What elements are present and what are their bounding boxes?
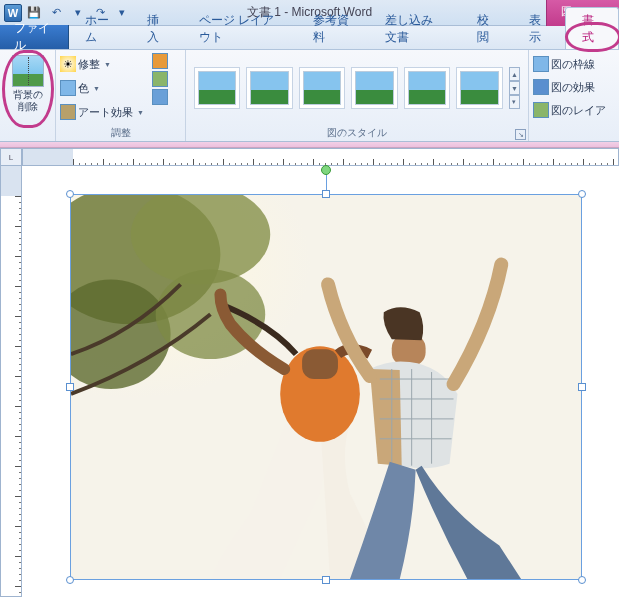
tab-home[interactable]: ホーム [69,8,131,49]
word-app-icon[interactable]: W [4,4,22,22]
group-picture-styles: ▲ ▼ ▾ 図のスタイル ↘ [186,50,529,141]
resize-handle-t[interactable] [322,190,330,198]
resize-handle-tr[interactable] [578,190,586,198]
gallery-up-icon[interactable]: ▲ [509,67,520,81]
file-tab[interactable]: ファイル [0,25,69,49]
ruler-row: L [0,148,619,166]
resize-handle-bl[interactable] [66,576,74,584]
picture-effects-label: 図の効果 [551,80,595,95]
group-label-picture-styles: 図のスタイル ↘ [186,126,528,141]
reset-picture-icon[interactable] [152,89,168,105]
picture-content [71,195,581,579]
chevron-down-icon: ▼ [104,61,111,68]
picture-style-thumb[interactable] [351,67,397,109]
compress-pictures-icon[interactable] [152,53,168,69]
resize-handle-br[interactable] [578,576,586,584]
remove-background-label: 背景の 削除 [13,89,43,113]
gallery-down-icon[interactable]: ▼ [509,81,520,95]
resize-handle-tl[interactable] [66,190,74,198]
color-button[interactable]: 色 ▼ [60,77,144,99]
picture-style-thumb[interactable] [299,67,345,109]
picture-layout-label: 図のレイア [551,103,606,118]
rotation-handle[interactable] [321,165,331,175]
picture-style-thumb[interactable] [404,67,450,109]
corrections-button[interactable]: ☀ 修整 ▼ [60,53,144,75]
vertical-ruler[interactable] [0,166,22,597]
group-adjust: ☀ 修整 ▼ 色 ▼ アート効果 ▼ [56,50,186,141]
picture-effects-icon [533,79,549,95]
artistic-effects-icon [60,104,76,120]
ribbon: 背景の 削除 ☀ 修整 ▼ 色 ▼ アート効果 [0,50,619,142]
group-picture-border-effects: 図の枠線 図の効果 図のレイア [529,50,619,141]
corrections-label: 修整 [78,57,100,72]
color-label: 色 [78,81,89,96]
selected-picture[interactable] [70,194,582,580]
picture-layout-icon [533,102,549,118]
picture-layout-button[interactable]: 図のレイア [533,99,615,121]
tab-format[interactable]: 書式 [565,7,619,49]
tab-view[interactable]: 表示 [513,8,565,49]
resize-handle-l[interactable] [66,383,74,391]
picture-style-thumb[interactable] [246,67,292,109]
remove-background-button[interactable]: 背景の 削除 [8,53,48,115]
undo-icon[interactable]: ↶ [48,5,64,21]
picture-style-thumb[interactable] [194,67,240,109]
page[interactable] [22,166,619,597]
corrections-icon: ☀ [60,56,76,72]
tab-insert[interactable]: 挿入 [131,8,183,49]
svg-rect-7 [302,349,338,379]
horizontal-ruler[interactable] [22,148,619,166]
group-label-adjust: 調整 [56,126,185,141]
chevron-down-icon: ▼ [93,85,100,92]
chevron-down-icon: ▼ [137,109,144,116]
document-area [0,166,619,597]
tab-mailings[interactable]: 差し込み文書 [369,8,461,49]
tab-selector[interactable]: L [0,148,22,166]
remove-background-icon [12,55,44,87]
artistic-effects-label: アート効果 [78,105,133,120]
resize-handle-b[interactable] [322,576,330,584]
change-picture-icon[interactable] [152,71,168,87]
picture-border-icon [533,56,549,72]
resize-handle-r[interactable] [578,383,586,391]
gallery-scroll: ▲ ▼ ▾ [509,67,520,109]
artistic-effects-button[interactable]: アート効果 ▼ [60,101,144,123]
tab-references[interactable]: 参考資料 [297,8,369,49]
group-remove-background: 背景の 削除 [0,50,56,141]
tab-page-layout[interactable]: ページ レイアウト [183,8,298,49]
gallery-more-icon[interactable]: ▾ [509,95,520,109]
picture-border-button[interactable]: 図の枠線 [533,53,615,75]
ribbon-tab-strip: ファイル ホーム 挿入 ページ レイアウト 参考資料 差し込み文書 校閲 表示 … [0,26,619,50]
picture-style-thumb[interactable] [456,67,502,109]
picture-border-label: 図の枠線 [551,57,595,72]
picture-effects-button[interactable]: 図の効果 [533,76,615,98]
color-icon [60,80,76,96]
tab-review[interactable]: 校閲 [461,8,513,49]
dialog-launcher-icon[interactable]: ↘ [515,129,526,140]
save-icon[interactable]: 💾 [26,5,42,21]
